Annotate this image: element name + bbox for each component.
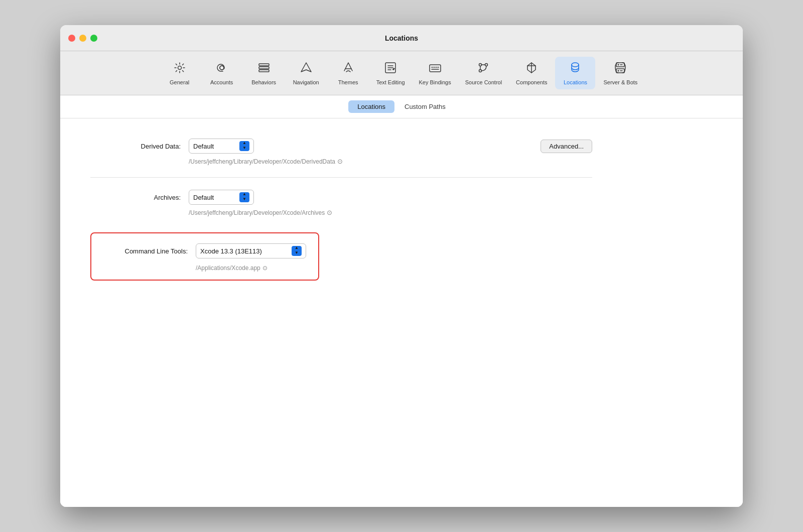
command-line-tools-path-text: /Applications/Xcode.app <box>196 264 260 272</box>
toolbar-item-navigation-label: Navigation <box>293 79 319 85</box>
derived-data-path: /Users/jeffcheng/Library/Developer/Xcode… <box>189 158 592 165</box>
svg-rect-2 <box>259 64 269 66</box>
toolbar-item-server-bots[interactable]: Server & Bots <box>597 57 643 89</box>
derived-data-value: Default <box>193 143 235 150</box>
source-control-icon <box>476 61 490 77</box>
archives-value: Default <box>193 194 235 201</box>
toolbar-item-key-bindings-label: Key Bindings <box>419 79 451 85</box>
tab-bar: Locations Custom Paths <box>60 95 743 118</box>
command-line-tools-select[interactable]: Xcode 13.3 (13E113) ▲ ▼ <box>196 243 306 258</box>
toolbar-item-source-control[interactable]: Source Control <box>459 57 508 89</box>
toolbar-item-text-editing-label: Text Editing <box>376 79 405 85</box>
svg-point-14 <box>618 64 619 66</box>
toolbar-item-accounts[interactable]: Accounts <box>202 57 242 89</box>
toolbar-item-themes-label: Themes <box>338 79 358 85</box>
toolbar-item-components-label: Components <box>516 79 547 85</box>
tab-custom-paths[interactable]: Custom Paths <box>395 100 455 113</box>
toolbar-item-behaviors-label: Behaviors <box>251 79 276 85</box>
content-area: Locations Custom Paths Derived Data: Def… <box>60 95 743 507</box>
themes-icon <box>341 61 355 77</box>
command-line-tools-label: Command Line Tools: <box>103 247 188 255</box>
advanced-button[interactable]: Advanced... <box>541 140 592 153</box>
toolbar-item-locations[interactable]: Locations <box>555 57 595 89</box>
main-window: Locations General Accounts <box>60 25 743 507</box>
command-line-tools-value: Xcode 13.3 (13E113) <box>200 247 288 255</box>
behaviors-icon <box>257 61 271 77</box>
svg-rect-4 <box>259 70 269 72</box>
at-icon <box>215 61 229 77</box>
derived-data-label: Derived Data: <box>90 143 181 150</box>
derived-data-path-text: /Users/jeffcheng/Library/Developer/Xcode… <box>189 158 335 165</box>
toolbar-item-accounts-label: Accounts <box>210 79 233 85</box>
close-button[interactable] <box>68 35 75 42</box>
window-title: Locations <box>385 34 418 42</box>
maximize-button[interactable] <box>90 35 97 42</box>
components-icon <box>524 61 539 77</box>
derived-data-select[interactable]: Default ▲ ▼ <box>189 139 254 154</box>
toolbar-item-components[interactable]: Components <box>510 57 553 89</box>
svg-marker-5 <box>301 63 311 72</box>
toolbar-item-key-bindings[interactable]: Key Bindings <box>413 57 457 89</box>
window-controls <box>60 35 97 42</box>
toolbar-item-general[interactable]: General <box>160 57 200 89</box>
svg-point-0 <box>178 66 181 70</box>
toolbar-item-navigation[interactable]: Navigation <box>286 57 326 89</box>
main-panel: Derived Data: Default ▲ ▼ Advanced... /U… <box>60 118 743 507</box>
archives-arrow-icon: ⊙ <box>327 209 332 216</box>
svg-rect-3 <box>259 67 269 69</box>
toolbar-item-themes[interactable]: Themes <box>328 57 368 89</box>
navigation-icon <box>299 61 313 77</box>
keyboard-icon <box>428 61 442 77</box>
derived-data-arrows-icon: ▲ ▼ <box>239 141 249 151</box>
svg-rect-7 <box>430 65 441 72</box>
archives-label: Archives: <box>90 194 181 201</box>
text-editing-icon <box>383 61 397 77</box>
command-line-tools-path: /Applications/Xcode.app ⊙ <box>196 264 306 272</box>
archives-row: Archives: Default ▲ ▼ <box>90 190 592 205</box>
archives-path-text: /Users/jeffcheng/Library/Developer/Xcode… <box>189 209 325 216</box>
tab-locations[interactable]: Locations <box>348 100 394 113</box>
command-line-tools-arrow-icon: ⊙ <box>262 264 267 272</box>
toolbar: General Accounts Behaviors <box>60 51 743 95</box>
minimize-button[interactable] <box>79 35 86 42</box>
gear-icon <box>173 61 187 77</box>
derived-data-arrow-icon: ⊙ <box>337 158 343 165</box>
derived-data-row: Derived Data: Default ▲ ▼ Advanced... <box>90 139 592 154</box>
settings-section: Derived Data: Default ▲ ▼ Advanced... /U… <box>90 139 592 281</box>
toolbar-item-behaviors[interactable]: Behaviors <box>244 57 284 89</box>
toolbar-item-text-editing[interactable]: Text Editing <box>370 57 411 89</box>
title-bar: Locations <box>60 25 743 51</box>
toolbar-item-general-label: General <box>170 79 189 85</box>
command-line-tools-arrows-icon: ▲ ▼ <box>292 246 302 256</box>
archives-arrows-icon: ▲ ▼ <box>239 192 249 202</box>
svg-point-11 <box>572 63 579 67</box>
toolbar-item-source-control-label: Source Control <box>465 79 502 85</box>
command-line-tools-row: Command Line Tools: Xcode 13.3 (13E113) … <box>103 243 306 258</box>
command-line-tools-box: Command Line Tools: Xcode 13.3 (13E113) … <box>90 232 319 281</box>
archives-path: /Users/jeffcheng/Library/Developer/Xcode… <box>189 209 592 216</box>
archives-select[interactable]: Default ▲ ▼ <box>189 190 254 205</box>
toolbar-item-locations-label: Locations <box>564 79 587 85</box>
locations-icon <box>568 61 582 77</box>
toolbar-item-server-bots-label: Server & Bots <box>603 79 637 85</box>
server-icon <box>613 61 627 77</box>
svg-point-15 <box>618 70 619 72</box>
divider-1 <box>90 177 592 178</box>
